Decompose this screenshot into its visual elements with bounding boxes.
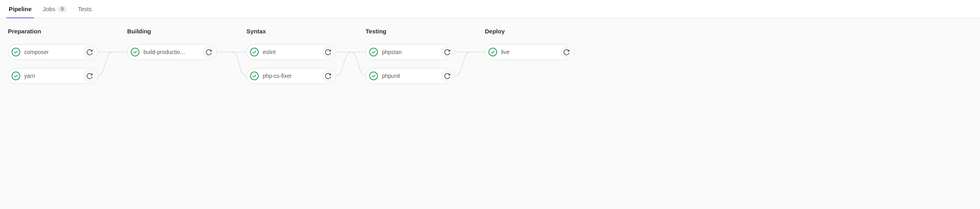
job-pill[interactable]: php-cs-fixer	[246, 68, 336, 84]
stage-column: Testingphpstanphpunit	[366, 28, 455, 84]
stage-column: Syntaxeslintphp-cs-fixer	[246, 28, 336, 84]
stages-row: PreparationcomposeryarnBuildingbuild-pro…	[8, 28, 972, 84]
job-name: phpunit	[382, 73, 442, 79]
job-pill[interactable]: build-productio…	[127, 44, 217, 60]
status-passed-icon	[369, 72, 378, 80]
job-pill[interactable]: phpunit	[366, 68, 455, 84]
tab-pipeline[interactable]: Pipeline	[8, 0, 33, 18]
tab-tests[interactable]: Tests	[77, 0, 93, 18]
job-name: yarn	[24, 73, 84, 79]
jobs-list: phpstanphpunit	[366, 44, 455, 84]
status-passed-icon	[488, 48, 497, 56]
retry-icon[interactable]	[442, 46, 453, 58]
jobs-list: eslintphp-cs-fixer	[246, 44, 336, 84]
tab-label: Tests	[78, 6, 92, 12]
tabs-bar: Pipeline Jobs 9 Tests	[0, 0, 980, 18]
job-pill[interactable]: yarn	[8, 68, 98, 84]
tab-label: Jobs	[43, 6, 56, 12]
stage-title: Testing	[366, 28, 455, 35]
retry-icon[interactable]	[84, 46, 95, 58]
retry-icon[interactable]	[322, 46, 333, 58]
job-pill[interactable]: composer	[8, 44, 98, 60]
job-name: build-productio…	[143, 49, 203, 55]
status-passed-icon	[12, 72, 20, 80]
stage-column: Buildingbuild-productio…	[127, 28, 217, 84]
status-passed-icon	[131, 48, 139, 56]
retry-icon[interactable]	[561, 46, 572, 58]
pipeline-graph: PreparationcomposeryarnBuildingbuild-pro…	[0, 18, 980, 100]
retry-icon[interactable]	[442, 70, 453, 81]
stage-title: Deploy	[485, 28, 575, 35]
status-passed-icon	[369, 48, 378, 56]
stage-title: Preparation	[8, 28, 98, 35]
job-name: eslint	[263, 49, 322, 55]
stage-title: Building	[127, 28, 217, 35]
retry-icon[interactable]	[84, 70, 95, 81]
stage-column: Preparationcomposeryarn	[8, 28, 98, 84]
retry-icon[interactable]	[203, 46, 214, 58]
job-pill[interactable]: eslint	[246, 44, 336, 60]
job-name: composer	[24, 49, 84, 55]
status-passed-icon	[250, 48, 259, 56]
job-pill[interactable]: live	[485, 44, 575, 60]
job-name: phpstan	[382, 49, 442, 55]
tab-label: Pipeline	[9, 6, 32, 12]
jobs-list: composeryarn	[8, 44, 98, 84]
jobs-list: build-productio…	[127, 44, 217, 60]
status-passed-icon	[12, 48, 20, 56]
job-name: php-cs-fixer	[263, 73, 322, 79]
job-name: live	[501, 49, 561, 55]
status-passed-icon	[250, 72, 259, 80]
tab-jobs[interactable]: Jobs 9	[42, 0, 68, 18]
jobs-list: live	[485, 44, 575, 60]
stage-column: Deploylive	[485, 28, 575, 84]
retry-icon[interactable]	[322, 70, 333, 81]
stage-title: Syntax	[246, 28, 336, 35]
job-pill[interactable]: phpstan	[366, 44, 455, 60]
jobs-count-badge: 9	[58, 6, 67, 12]
